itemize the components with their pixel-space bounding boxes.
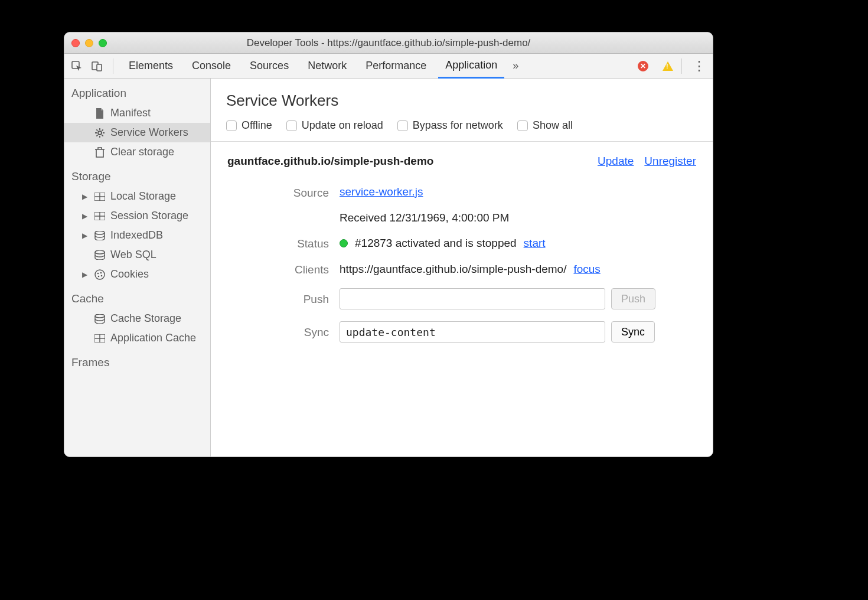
sidebar-item-label: Cookies [110,268,149,281]
gear-icon [94,128,106,138]
table-icon [94,193,106,201]
label-push: Push [227,292,340,306]
label-source: Source [227,185,340,200]
sidebar-item-label: Clear storage [110,146,174,158]
database-icon [94,231,106,240]
svg-line-11 [102,129,103,131]
sync-input[interactable] [340,321,605,343]
warnings-icon[interactable] [663,61,673,71]
sidebar-item-session-storage[interactable]: ▶ Session Storage [64,206,210,226]
checkbox-bypass-for-network[interactable]: Bypass for network [397,119,503,132]
expand-triangle-icon[interactable]: ▶ [82,231,89,240]
sidebar-section-application: Application [64,79,210,103]
status-dot-icon [340,239,348,247]
tab-elements[interactable]: Elements [122,54,180,79]
checkbox-label: Bypass for network [413,119,503,132]
database-icon [94,250,106,260]
sidebar-item-label: Session Storage [110,210,188,222]
errors-icon[interactable]: ✕ [638,61,648,71]
push-input[interactable] [340,288,605,309]
sidebar-item-label: Application Cache [110,332,196,344]
titlebar: Developer Tools - https://gauntface.gith… [64,32,713,54]
panel-options: Offline Update on reload Bypass for netw… [211,113,713,142]
tab-network[interactable]: Network [301,54,354,79]
sidebar-item-indexeddb[interactable]: ▶ IndexedDB [64,226,210,245]
sidebar-section-storage: Storage [64,162,210,187]
svg-line-8 [96,129,97,131]
sidebar-item-cookies[interactable]: ▶ Cookies [64,265,210,284]
checkbox-label: Update on reload [302,119,383,132]
svg-point-25 [95,314,105,318]
panel-title: Service Workers [211,79,713,113]
checkbox-show-all[interactable]: Show all [517,119,573,132]
zoom-window-button[interactable] [99,39,107,47]
svg-line-9 [102,135,103,136]
separator [681,58,682,74]
svg-point-24 [98,275,100,277]
sidebar-item-label: Cache Storage [110,312,181,325]
svg-point-20 [95,270,105,279]
sidebar-item-label: IndexedDB [110,229,163,242]
unregister-link[interactable]: Unregister [644,155,696,168]
close-window-button[interactable] [71,39,80,47]
window-title: Developer Tools - https://gauntface.gith… [64,37,713,49]
inspect-element-icon[interactable] [69,58,84,74]
kebab-menu-icon[interactable]: ⋮ [690,58,708,74]
checkbox-update-on-reload[interactable]: Update on reload [286,119,383,132]
cookie-icon [94,269,106,280]
sidebar-section-cache: Cache [64,284,210,309]
sidebar-item-label: Service Workers [110,126,188,139]
traffic-lights [71,39,107,47]
tab-sources[interactable]: Sources [243,54,296,79]
status-start-link[interactable]: start [524,237,546,250]
client-url: https://gauntface.github.io/simple-push-… [340,263,566,276]
minimize-window-button[interactable] [85,39,93,47]
file-icon [94,108,106,119]
more-tabs-icon[interactable]: » [509,60,522,72]
sidebar-item-web-sql[interactable]: Web SQL [64,245,210,265]
expand-triangle-icon[interactable]: ▶ [82,212,89,220]
label-sync: Sync [227,325,340,339]
client-focus-link[interactable]: focus [573,263,600,276]
svg-point-23 [101,275,103,276]
sidebar-item-manifest[interactable]: Manifest [64,103,210,123]
tab-performance[interactable]: Performance [358,54,433,79]
update-link[interactable]: Update [598,155,634,168]
svg-point-19 [95,250,105,254]
database-icon [94,314,106,324]
svg-rect-2 [97,64,102,71]
source-received: Received 12/31/1969, 4:00:00 PM [340,211,696,224]
checkbox-offline[interactable]: Offline [226,119,272,132]
sidebar-item-local-storage[interactable]: ▶ Local Storage [64,187,210,206]
source-file-link[interactable]: service-worker.js [340,185,696,198]
sidebar-item-label: Local Storage [110,190,176,203]
tab-console[interactable]: Console [185,54,238,79]
svg-line-10 [96,135,97,136]
label-clients: Clients [227,262,340,276]
sidebar-item-application-cache[interactable]: Application Cache [64,328,210,348]
sidebar-item-service-workers[interactable]: Service Workers [64,123,210,142]
svg-point-18 [95,231,105,234]
checkbox-label: Offline [242,119,272,132]
trash-icon [94,147,106,158]
expand-triangle-icon[interactable]: ▶ [82,193,89,201]
svg-point-3 [98,131,102,135]
sidebar-item-cache-storage[interactable]: Cache Storage [64,309,210,328]
devtools-window: Developer Tools - https://gauntface.gith… [64,32,713,457]
push-button[interactable]: Push [611,288,655,309]
checkbox-label: Show all [533,119,573,132]
sidebar-item-label: Manifest [110,107,151,119]
sync-button[interactable]: Sync [611,321,655,343]
sidebar-item-label: Web SQL [110,249,156,261]
status-text: #12873 activated and is stopped [355,237,517,250]
separator [113,58,113,74]
application-sidebar: Application Manifest Service Workers Cle… [64,79,211,456]
sidebar-section-frames: Frames [64,348,210,373]
devtools-toolbar: Elements Console Sources Network Perform… [64,54,713,79]
expand-triangle-icon[interactable]: ▶ [82,270,89,279]
sw-origin: gauntface.github.io/simple-push-demo [227,155,433,168]
service-workers-panel: Service Workers Offline Update on reload… [211,79,713,456]
tab-application[interactable]: Application [438,54,504,79]
device-toolbar-icon[interactable] [89,58,105,74]
sidebar-item-clear-storage[interactable]: Clear storage [64,142,210,162]
